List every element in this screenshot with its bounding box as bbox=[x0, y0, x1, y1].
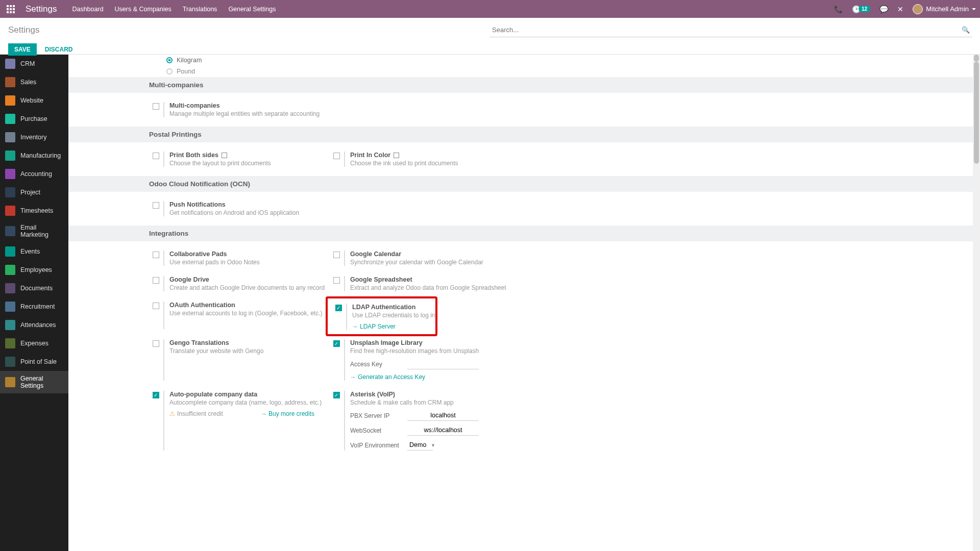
setting-sub-unsplash: Find free high-resolution images from Un… bbox=[350, 347, 584, 355]
search-input[interactable] bbox=[490, 23, 972, 37]
select-voip-env[interactable] bbox=[407, 440, 433, 450]
sidebar-item-employees[interactable]: Employees bbox=[0, 261, 68, 279]
checkbox-collaborative-pads[interactable] bbox=[153, 252, 159, 258]
sidebar-item-documents[interactable]: Documents bbox=[0, 279, 68, 297]
scrollbar-thumb[interactable] bbox=[974, 62, 979, 164]
sidebar-item-website[interactable]: Website bbox=[0, 91, 68, 110]
setting-title-print-color: Print In Color bbox=[350, 152, 584, 159]
sidebar-item-events[interactable]: Events bbox=[0, 242, 68, 261]
radio-pound[interactable] bbox=[166, 68, 173, 74]
setting-title-multi-companies: Multi-companies bbox=[169, 102, 329, 109]
checkbox-gengo[interactable] bbox=[153, 340, 159, 347]
sidebar-item-purchase[interactable]: Purchase bbox=[0, 110, 68, 128]
sidebar-item-expenses[interactable]: Expenses bbox=[0, 334, 68, 353]
module-icon bbox=[5, 338, 15, 348]
conversations-icon[interactable]: 💬 bbox=[879, 5, 888, 13]
checkbox-oauth[interactable] bbox=[153, 303, 159, 309]
link-ldap-server[interactable]: LDAP Server bbox=[352, 323, 396, 330]
phone-icon[interactable]: 📞 bbox=[834, 5, 843, 13]
label-access-key: Access Key bbox=[350, 361, 401, 368]
breadcrumb: Settings bbox=[8, 25, 39, 35]
module-icon bbox=[5, 283, 15, 293]
checkbox-multi-companies[interactable] bbox=[153, 103, 159, 110]
scrollbar-up-icon[interactable] bbox=[974, 55, 979, 62]
checkbox-print-in-color[interactable] bbox=[333, 153, 340, 159]
input-access-key[interactable] bbox=[407, 359, 479, 369]
nav-dashboard[interactable]: Dashboard bbox=[72, 6, 103, 13]
search-icon[interactable]: 🔍 bbox=[962, 26, 970, 34]
sidebar-item-timesheets[interactable]: Timesheets bbox=[0, 202, 68, 220]
input-websocket[interactable] bbox=[407, 425, 479, 436]
setting-title-print-both: Print Both sides bbox=[169, 152, 329, 159]
checkbox-google-drive[interactable] bbox=[153, 277, 159, 284]
sidebar-item-general-settings[interactable]: General Settings bbox=[0, 371, 68, 393]
sidebar-item-recruitment[interactable]: Recruitment bbox=[0, 297, 68, 316]
checkbox-print-both-sides[interactable] bbox=[153, 153, 159, 159]
app-name: Settings bbox=[26, 4, 57, 14]
checkbox-google-calendar[interactable] bbox=[333, 252, 340, 258]
chevron-down-icon bbox=[972, 8, 976, 10]
setting-sub-multi-companies: Manage multiple legal entities with sepa… bbox=[169, 110, 329, 117]
module-icon bbox=[5, 151, 15, 161]
sidebar-item-inventory[interactable]: Inventory bbox=[0, 128, 68, 146]
radio-pound-label: Pound bbox=[177, 68, 195, 75]
section-multi-companies: Multi-companies bbox=[68, 77, 980, 93]
close-icon[interactable]: ✕ bbox=[897, 5, 903, 13]
sidebar-item-attendances[interactable]: Attendances bbox=[0, 316, 68, 334]
link-buy-credits[interactable]: Buy more credits bbox=[261, 410, 314, 417]
checkbox-autopopulate[interactable] bbox=[153, 392, 159, 398]
sidebar-item-label: Point of Sale bbox=[20, 358, 57, 365]
checkbox-unsplash[interactable] bbox=[333, 340, 340, 347]
link-generate-access-key[interactable]: Generate an Access Key bbox=[350, 373, 425, 381]
module-icon bbox=[5, 320, 15, 330]
settings-sidebar: CRMSalesWebsitePurchaseInventoryManufact… bbox=[0, 55, 68, 551]
sidebar-item-project[interactable]: Project bbox=[0, 183, 68, 202]
activity-icon[interactable]: 🕑12 bbox=[852, 5, 870, 13]
setting-title-gsheet: Google Spreadsheet bbox=[350, 276, 584, 283]
setting-sub-print-color: Choose the ink used to print documents bbox=[350, 160, 584, 167]
radio-kilogram[interactable] bbox=[166, 57, 173, 63]
sidebar-item-point-of-sale[interactable]: Point of Sale bbox=[0, 353, 68, 371]
label-pbx: PBX Server IP bbox=[350, 412, 401, 419]
sidebar-item-label: Expenses bbox=[20, 340, 48, 347]
user-name: Mitchell Admin bbox=[926, 5, 969, 13]
nav-general-settings[interactable]: General Settings bbox=[228, 6, 276, 13]
checkbox-push-notifications[interactable] bbox=[153, 202, 159, 209]
setting-title-unsplash: Unsplash Image Library bbox=[350, 339, 584, 346]
sidebar-item-manufacturing[interactable]: Manufacturing bbox=[0, 146, 68, 165]
module-icon bbox=[5, 187, 15, 197]
sidebar-item-accounting[interactable]: Accounting bbox=[0, 165, 68, 183]
setting-title-gcal: Google Calendar bbox=[350, 251, 584, 258]
sidebar-item-crm[interactable]: CRM bbox=[0, 55, 68, 73]
setting-title-ldap: LDAP Authentication bbox=[352, 304, 435, 311]
module-icon bbox=[5, 265, 15, 275]
warning-icon: ⚠ bbox=[169, 410, 175, 417]
save-button[interactable]: SAVE bbox=[8, 43, 37, 56]
nav-translations[interactable]: Translations bbox=[183, 6, 217, 13]
sidebar-item-email-marketing[interactable]: Email Marketing bbox=[0, 220, 68, 242]
checkbox-google-spreadsheet[interactable] bbox=[333, 277, 340, 284]
module-icon bbox=[5, 59, 15, 69]
sidebar-item-label: Sales bbox=[20, 79, 36, 86]
user-menu[interactable]: Mitchell Admin bbox=[913, 4, 976, 14]
checkbox-ldap[interactable] bbox=[335, 305, 342, 311]
dev-icon bbox=[222, 153, 227, 158]
nav-users-companies[interactable]: Users & Companies bbox=[115, 6, 172, 13]
activity-badge: 12 bbox=[859, 6, 870, 12]
setting-sub-gcal: Synchronize your calendar with Google Ca… bbox=[350, 259, 584, 266]
sidebar-item-label: Inventory bbox=[20, 134, 46, 141]
module-icon bbox=[5, 206, 15, 216]
settings-content: Kilogram Pound Multi-companies Multi-com… bbox=[68, 55, 980, 551]
radio-kilogram-label: Kilogram bbox=[177, 57, 202, 64]
discard-button[interactable]: DISCARD bbox=[42, 43, 76, 56]
setting-sub-autopop: Autocomplete company data (name, logo, a… bbox=[169, 399, 329, 406]
apps-launcher-icon[interactable] bbox=[4, 3, 17, 16]
input-pbx[interactable] bbox=[407, 410, 479, 421]
label-websocket: WebSocket bbox=[350, 427, 401, 434]
checkbox-asterisk[interactable] bbox=[333, 392, 340, 398]
setting-sub-ldap: Use LDAP credentials to log in bbox=[352, 312, 435, 319]
avatar bbox=[913, 4, 923, 14]
dev-icon bbox=[394, 153, 399, 158]
sidebar-item-sales[interactable]: Sales bbox=[0, 73, 68, 91]
sidebar-item-label: Email Marketing bbox=[20, 224, 63, 238]
